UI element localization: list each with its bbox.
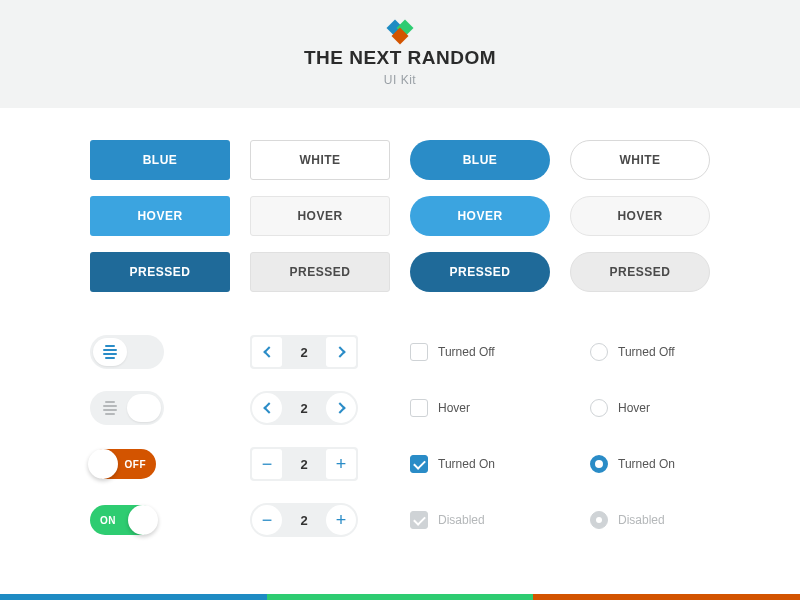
radio-label: Hover bbox=[618, 401, 650, 415]
white-pill-button[interactable]: WHITE bbox=[570, 140, 710, 180]
stepper-pill-arrows: 2 bbox=[250, 391, 358, 425]
checkbox-disabled: Disabled bbox=[410, 500, 570, 540]
checkbox-label: Disabled bbox=[438, 513, 485, 527]
checkbox-icon bbox=[410, 343, 428, 361]
switch-off[interactable]: OFF bbox=[90, 449, 156, 479]
radio-icon bbox=[590, 455, 608, 473]
radio-hover[interactable]: Hover bbox=[590, 388, 750, 428]
switch-on[interactable]: ON bbox=[90, 505, 156, 535]
stepper-value: 2 bbox=[284, 513, 324, 528]
checkbox-icon bbox=[410, 455, 428, 473]
white-button-pressed[interactable]: PRESSED bbox=[250, 252, 390, 292]
plus-button[interactable]: + bbox=[326, 505, 356, 535]
view-toggle-grid-active[interactable] bbox=[90, 391, 164, 425]
switch-label: ON bbox=[100, 515, 116, 526]
radio-icon bbox=[590, 343, 608, 361]
checkbox-label: Turned Off bbox=[438, 345, 495, 359]
checkbox-on[interactable]: Turned On bbox=[410, 444, 570, 484]
minus-button[interactable]: − bbox=[252, 449, 282, 479]
prev-button[interactable] bbox=[252, 393, 282, 423]
white-pill-hover[interactable]: HOVER bbox=[570, 196, 710, 236]
radio-label: Turned On bbox=[618, 457, 675, 471]
switch-knob bbox=[128, 505, 158, 535]
blue-button-pressed[interactable]: PRESSED bbox=[90, 252, 230, 292]
radio-off[interactable]: Turned Off bbox=[590, 332, 750, 372]
radio-disabled: Disabled bbox=[590, 500, 750, 540]
blue-button[interactable]: BLUE bbox=[90, 140, 230, 180]
stepper-pill-plusminus: − 2 + bbox=[250, 503, 358, 537]
stepper-value: 2 bbox=[284, 401, 324, 416]
plus-button[interactable]: + bbox=[326, 449, 356, 479]
checkbox-icon bbox=[410, 511, 428, 529]
next-button[interactable] bbox=[326, 337, 356, 367]
list-view-icon[interactable] bbox=[93, 338, 127, 366]
stepper-value: 2 bbox=[284, 345, 324, 360]
checkbox-label: Hover bbox=[438, 401, 470, 415]
checkbox-label: Turned On bbox=[438, 457, 495, 471]
next-button[interactable] bbox=[326, 393, 356, 423]
white-button-hover[interactable]: HOVER bbox=[250, 196, 390, 236]
checkbox-hover[interactable]: Hover bbox=[410, 388, 570, 428]
grid-view-icon[interactable] bbox=[127, 338, 161, 366]
blue-button-hover[interactable]: HOVER bbox=[90, 196, 230, 236]
minus-button[interactable]: − bbox=[252, 505, 282, 535]
white-pill-pressed[interactable]: PRESSED bbox=[570, 252, 710, 292]
radio-label: Turned Off bbox=[618, 345, 675, 359]
prev-button[interactable] bbox=[252, 337, 282, 367]
stepper-value: 2 bbox=[284, 457, 324, 472]
radio-icon bbox=[590, 399, 608, 417]
white-button[interactable]: WHITE bbox=[250, 140, 390, 180]
grid-view-icon[interactable] bbox=[127, 394, 161, 422]
radio-on[interactable]: Turned On bbox=[590, 444, 750, 484]
radio-label: Disabled bbox=[618, 513, 665, 527]
app-subtitle: UI Kit bbox=[384, 73, 416, 87]
logo-icon bbox=[389, 21, 411, 43]
stepper-square-arrows: 2 bbox=[250, 335, 358, 369]
button-showcase: BLUE WHITE BLUE WHITE HOVER HOVER HOVER … bbox=[90, 140, 710, 292]
list-view-icon[interactable] bbox=[93, 394, 127, 422]
blue-pill-hover[interactable]: HOVER bbox=[410, 196, 550, 236]
checkbox-off[interactable]: Turned Off bbox=[410, 332, 570, 372]
stepper-square-plusminus: − 2 + bbox=[250, 447, 358, 481]
switch-knob bbox=[88, 449, 118, 479]
radio-icon bbox=[590, 511, 608, 529]
blue-pill-pressed[interactable]: PRESSED bbox=[410, 252, 550, 292]
switch-label: OFF bbox=[125, 459, 147, 470]
checkbox-icon bbox=[410, 399, 428, 417]
footer-stripe bbox=[0, 594, 800, 600]
header: THE NEXT RANDOM UI Kit bbox=[0, 0, 800, 108]
app-title: THE NEXT RANDOM bbox=[304, 47, 496, 69]
view-toggle-list-active[interactable] bbox=[90, 335, 164, 369]
blue-pill-button[interactable]: BLUE bbox=[410, 140, 550, 180]
